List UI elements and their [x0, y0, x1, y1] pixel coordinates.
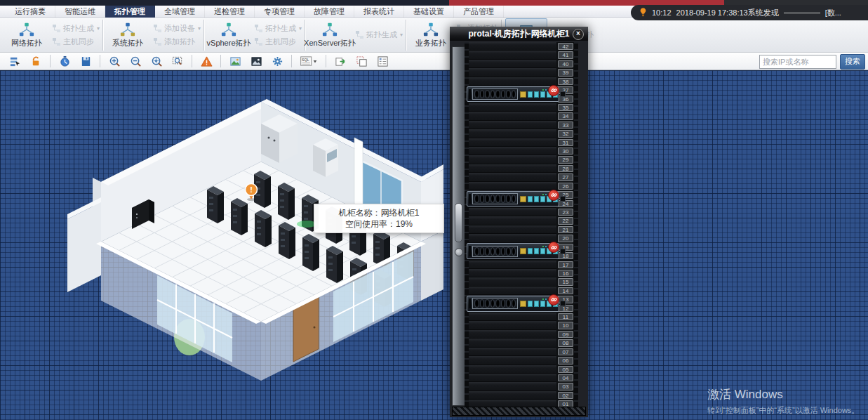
- tab-2[interactable]: 智能运维: [55, 6, 105, 18]
- rack-device-switch-1[interactable]: [467, 86, 559, 103]
- ac-unit-1[interactable]: [261, 114, 298, 163]
- ribbon-button-system-topology[interactable]: 系统拓扑: [107, 18, 149, 52]
- topology-generate-icon: [254, 24, 263, 33]
- machine-room-3d-view[interactable]: !: [0, 70, 868, 420]
- rack-slot-number: 17: [558, 261, 573, 268]
- tab-8[interactable]: 报表统计: [354, 6, 404, 18]
- rack-slot-34[interactable]: [469, 112, 556, 120]
- server-cabinet[interactable]: [207, 186, 224, 223]
- rack-slot-42[interactable]: [469, 42, 556, 51]
- topology-canvas[interactable]: ! 机柜名称：网络机柜1 空间使用率：19% 激活 Windows 转到“控制面…: [0, 70, 868, 420]
- image-export-icon[interactable]: [226, 53, 244, 70]
- rack-slot-09[interactable]: [469, 330, 556, 339]
- unlock-icon[interactable]: [27, 53, 45, 70]
- zoom-reset-icon[interactable]: [147, 53, 166, 70]
- host-sync-icon: [254, 37, 263, 46]
- chevron-down-icon: ▾: [299, 25, 302, 32]
- ribbon-button-vsphere-topology[interactable]: vSphere拓扑: [208, 18, 250, 52]
- rack-slot-number: 33: [558, 122, 573, 129]
- copy-icon[interactable]: [352, 53, 370, 70]
- rack-slot-05[interactable]: [469, 365, 556, 374]
- tab-5[interactable]: 巡检管理: [205, 6, 255, 18]
- rack-slot-30[interactable]: [469, 147, 556, 155]
- server-cabinet[interactable]: [302, 234, 319, 271]
- rack-slot-22[interactable]: [469, 216, 556, 225]
- ribbon-button-xenserver-topology[interactable]: XenServer拓扑: [309, 18, 351, 52]
- rack-slot-17[interactable]: [469, 261, 556, 269]
- alarm-icon[interactable]: [197, 53, 215, 70]
- snapshot-icon[interactable]: [247, 53, 265, 70]
- watermark-subtitle: 转到“控制面板”中的“系统”以激活 Windows。: [707, 405, 859, 416]
- rack-slot-10[interactable]: [469, 321, 556, 329]
- polling-icon[interactable]: [55, 53, 74, 70]
- rack-slot-20[interactable]: [469, 234, 556, 242]
- rack-door-handle[interactable]: [455, 203, 462, 242]
- ac-unit-2[interactable]: [313, 138, 338, 177]
- rack-slot-35[interactable]: [469, 103, 556, 112]
- rack-slot-27[interactable]: [469, 173, 556, 181]
- tab-4[interactable]: 全域管理: [155, 6, 205, 18]
- system-topology-icon: [120, 22, 135, 37]
- add-topology-icon: [153, 37, 162, 46]
- search-button[interactable]: 搜索: [840, 54, 865, 70]
- layout-icon[interactable]: [373, 53, 392, 70]
- rack-slot-33[interactable]: [469, 121, 556, 129]
- rack-slot-03[interactable]: [469, 382, 556, 391]
- rack-slot-number: 03: [558, 383, 573, 390]
- tab-6[interactable]: 专项管理: [255, 6, 305, 18]
- link-badge-icon: [548, 85, 559, 96]
- ribbon-button-network-topology[interactable]: 网络拓扑: [6, 18, 48, 52]
- ribbon-item-label: 主机同步: [63, 37, 94, 47]
- rack-slot-number: 11: [558, 313, 573, 320]
- server-cabinet[interactable]: [231, 198, 248, 235]
- tab-3[interactable]: 拓扑管理: [105, 6, 155, 18]
- toolbar-separator: [326, 55, 326, 67]
- toolbar-separator: [291, 55, 292, 67]
- zoom-in-icon[interactable]: [105, 53, 123, 70]
- rack-slot-28[interactable]: [469, 164, 556, 173]
- search-input[interactable]: [759, 55, 836, 69]
- select-topology-icon[interactable]: [6, 53, 24, 70]
- server-cabinet[interactable]: [326, 246, 343, 283]
- rack-slot-16[interactable]: [469, 269, 556, 277]
- export-icon[interactable]: [331, 53, 349, 70]
- rack-slot-21[interactable]: [469, 225, 556, 234]
- rack-device-switch-2[interactable]: [467, 191, 559, 207]
- rack-slot-number: 10: [558, 322, 573, 329]
- settings-gear-icon[interactable]: [268, 53, 286, 70]
- tab-7[interactable]: 故障管理: [305, 6, 354, 18]
- rack-slot-14[interactable]: [469, 287, 556, 295]
- tab-1[interactable]: 运行摘要: [6, 6, 55, 18]
- server-cabinet[interactable]: [278, 183, 295, 220]
- rack-slot-04[interactable]: [469, 374, 556, 382]
- server-cabinet[interactable]: [255, 210, 272, 247]
- rack-slot-39[interactable]: [469, 68, 556, 77]
- rack-slot-11[interactable]: [469, 313, 556, 321]
- rack-slot-15[interactable]: [469, 277, 556, 286]
- ribbon-button-business-topology[interactable]: 业务拓扑: [410, 18, 452, 52]
- rack-slot-06[interactable]: [469, 356, 556, 365]
- rack-slot-40[interactable]: [469, 60, 556, 68]
- rack-slot-26[interactable]: [469, 182, 556, 190]
- rack-device-switch-3[interactable]: [467, 243, 559, 259]
- zoom-out-icon[interactable]: [126, 53, 145, 70]
- server-cabinet[interactable]: [279, 222, 295, 259]
- tab-9[interactable]: 基础设置: [404, 6, 454, 18]
- rack-slot-41[interactable]: [469, 51, 556, 59]
- rack-slot-08[interactable]: [469, 339, 556, 347]
- close-icon[interactable]: ×: [573, 29, 584, 40]
- sql-export-icon[interactable]: SQL: [297, 53, 321, 70]
- save-icon[interactable]: [76, 53, 95, 70]
- rack-slot-02[interactable]: [469, 391, 556, 400]
- tab-10[interactable]: 产品管理: [454, 6, 504, 18]
- zoom-fit-icon[interactable]: [168, 53, 187, 70]
- add-device-icon: [153, 24, 162, 33]
- rack-slot-07[interactable]: [469, 348, 556, 356]
- notification-bar[interactable]: 10:12 2018-09-19 17:38:13系统发现 [数...: [631, 5, 868, 20]
- rack-device-switch-4[interactable]: [467, 296, 559, 312]
- rack-slot-31[interactable]: [469, 138, 556, 147]
- rack-slot-29[interactable]: [469, 155, 556, 164]
- rack-slot-23[interactable]: [469, 208, 556, 216]
- rack-slot-38[interactable]: [469, 77, 556, 86]
- rack-slot-32[interactable]: [469, 129, 556, 138]
